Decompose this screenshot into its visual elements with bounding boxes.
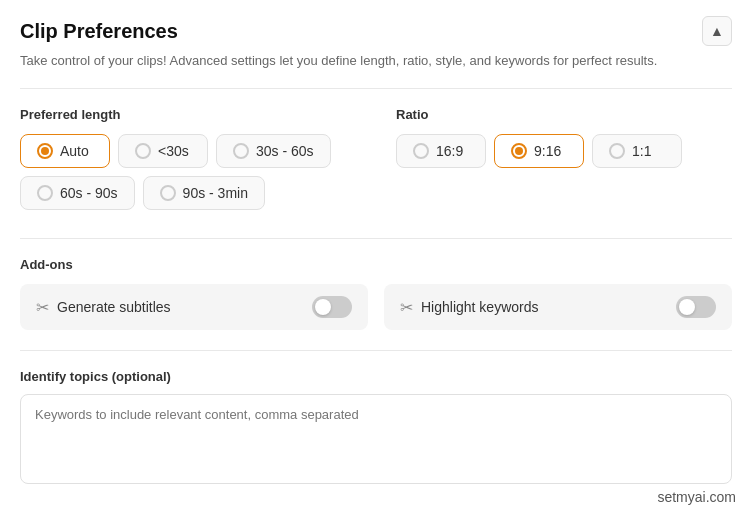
radio-30to60 [233, 143, 249, 159]
addons-divider [20, 238, 732, 239]
topics-section: Identify topics (optional) [20, 369, 732, 488]
length-ratio-row: Preferred length Auto <30s 30s - 60s 60s… [20, 107, 732, 218]
subtitle-text: Take control of your clips! Advanced set… [20, 52, 732, 70]
length-90to3min-label: 90s - 3min [183, 185, 248, 201]
radio-dot-9by16 [515, 147, 523, 155]
ratio-option-1by1[interactable]: 1:1 [592, 134, 682, 168]
subtitles-icon: ✂ [36, 298, 49, 317]
section-divider [20, 88, 732, 89]
length-options-row1: Auto <30s 30s - 60s [20, 134, 356, 168]
radio-60to90 [37, 185, 53, 201]
length-30to60-label: 30s - 60s [256, 143, 314, 159]
panel-header: Clip Preferences ▲ [20, 16, 732, 46]
addon-subtitles-card: ✂ Generate subtitles [20, 284, 368, 330]
keywords-toggle-knob [679, 299, 695, 315]
length-lt30-label: <30s [158, 143, 189, 159]
addons-section: Add-ons ✂ Generate subtitles ✂ Highlight… [20, 257, 732, 330]
ratio-option-16by9[interactable]: 16:9 [396, 134, 486, 168]
addon-keywords-card: ✂ Highlight keywords [384, 284, 732, 330]
length-option-30to60[interactable]: 30s - 60s [216, 134, 331, 168]
watermark: setmyai.com [657, 489, 736, 505]
addons-label: Add-ons [20, 257, 732, 272]
ratio-options-row: 16:9 9:16 1:1 [396, 134, 732, 168]
radio-lt30 [135, 143, 151, 159]
length-option-auto[interactable]: Auto [20, 134, 110, 168]
topics-label: Identify topics (optional) [20, 369, 732, 384]
length-label: Preferred length [20, 107, 356, 122]
radio-dot-auto [41, 147, 49, 155]
ratio-1by1-label: 1:1 [632, 143, 651, 159]
keywords-toggle[interactable] [676, 296, 716, 318]
radio-1by1 [609, 143, 625, 159]
collapse-button[interactable]: ▲ [702, 16, 732, 46]
ratio-16by9-label: 16:9 [436, 143, 463, 159]
radio-90to3min [160, 185, 176, 201]
length-options-row2: 60s - 90s 90s - 3min [20, 176, 356, 210]
length-option-90to3min[interactable]: 90s - 3min [143, 176, 265, 210]
subtitles-toggle[interactable] [312, 296, 352, 318]
subtitles-toggle-knob [315, 299, 331, 315]
topics-divider [20, 350, 732, 351]
ratio-9by16-label: 9:16 [534, 143, 561, 159]
radio-auto [37, 143, 53, 159]
length-option-lt30[interactable]: <30s [118, 134, 208, 168]
addon-keywords-label: Highlight keywords [421, 299, 539, 315]
topics-input[interactable] [20, 394, 732, 484]
addon-subtitles-label: Generate subtitles [57, 299, 171, 315]
length-60to90-label: 60s - 90s [60, 185, 118, 201]
length-auto-label: Auto [60, 143, 89, 159]
ratio-label: Ratio [396, 107, 732, 122]
addons-row: ✂ Generate subtitles ✂ Highlight keyword… [20, 284, 732, 330]
length-option-60to90[interactable]: 60s - 90s [20, 176, 135, 210]
ratio-section: Ratio 16:9 9:16 1:1 [396, 107, 732, 218]
chevron-up-icon: ▲ [710, 23, 724, 39]
page-title: Clip Preferences [20, 20, 178, 43]
keywords-icon: ✂ [400, 298, 413, 317]
addon-subtitles-left: ✂ Generate subtitles [36, 298, 171, 317]
ratio-option-9by16[interactable]: 9:16 [494, 134, 584, 168]
radio-9by16 [511, 143, 527, 159]
addon-keywords-left: ✂ Highlight keywords [400, 298, 539, 317]
radio-16by9 [413, 143, 429, 159]
length-section: Preferred length Auto <30s 30s - 60s 60s… [20, 107, 356, 218]
